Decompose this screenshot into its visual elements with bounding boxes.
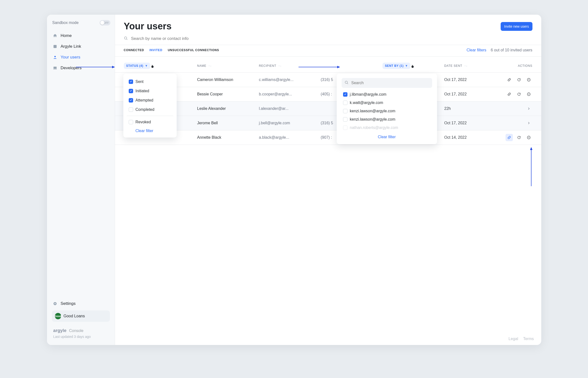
sidebar-item-label: Your users <box>61 55 80 60</box>
account-selector[interactable]: Good Good Loans <box>52 310 110 322</box>
filter-option[interactable]: Revoked <box>127 117 173 127</box>
actions-cell <box>491 76 533 83</box>
arrow-right-icon <box>298 65 340 69</box>
copy-link-button[interactable] <box>506 76 513 83</box>
email-cell: a.black@argyle... <box>259 135 321 140</box>
pointer-cursor-icon <box>411 64 415 69</box>
col-sentby[interactable]: SENT BY (1) <box>382 62 444 69</box>
search-icon <box>345 81 348 85</box>
svg-rect-2 <box>53 67 56 69</box>
search-row <box>115 34 541 45</box>
users-icon <box>53 55 57 59</box>
clear-filters-link[interactable]: Clear filters <box>467 48 486 52</box>
table-row[interactable]: 2+ Leslie Alexander l.alexander@ar... 22… <box>115 102 541 116</box>
copy-link-button[interactable] <box>506 91 513 98</box>
tabs-right: Clear filters 6 out of 10 invited users <box>467 48 533 52</box>
tab-invited[interactable]: INVITED <box>149 47 162 53</box>
svg-point-6 <box>124 37 127 39</box>
sidebar-item-label: Home <box>61 33 72 38</box>
brand-logo: argyle <box>53 328 67 333</box>
filter-option[interactable]: kenzi.lawson@argyle.com <box>342 107 432 115</box>
last-updated: Last updated 3 days ago <box>53 335 108 339</box>
sentby-search <box>342 78 432 88</box>
expand-button[interactable] <box>525 105 533 112</box>
table-row[interactable]: Bessie Cooper b.cooper@argyle... (405) :… <box>115 87 541 102</box>
filter-option[interactable]: kenzi.lawson@argyle.com <box>342 115 432 123</box>
filter-option[interactable]: nathan.roberts@argyle.com <box>342 123 432 132</box>
name-cell: Cameron Williamson <box>197 78 259 82</box>
sentby-chip[interactable]: SENT BY (1) <box>382 63 410 69</box>
expand-button[interactable] <box>525 119 533 127</box>
pointer-cursor-icon <box>151 64 155 69</box>
legal-links: Legal Terms <box>505 337 534 341</box>
sort-icon: ↑↓ <box>278 64 282 68</box>
arrow-right-icon <box>76 65 115 69</box>
users-table: STATUS (4) NAME ↑↓ <box>115 56 541 145</box>
date-cell: Oct 17, 2022 <box>444 121 491 125</box>
remove-button[interactable] <box>525 76 533 83</box>
checkbox-icon <box>343 109 347 113</box>
refresh-button[interactable] <box>515 91 523 98</box>
clear-filter-link[interactable]: Clear filter <box>340 132 434 141</box>
sentby-list[interactable]: j.libman@argyle.com k.watt@argyle.com ke… <box>340 90 434 132</box>
sort-icon: ↑↓ <box>208 64 212 68</box>
date-cell: Oct 17, 2022 <box>444 92 491 96</box>
date-cell: Oct 17, 2022 <box>444 78 491 82</box>
copy-link-button[interactable] <box>506 134 513 141</box>
search-input[interactable] <box>131 36 253 41</box>
legal-link[interactable]: Legal <box>508 337 518 341</box>
sidebar-item-home[interactable]: Home <box>49 30 112 41</box>
refresh-button[interactable] <box>515 134 523 141</box>
table-row[interactable]: Annette Black a.black@argyle... (907) : … <box>115 130 541 145</box>
refresh-button[interactable] <box>515 76 523 83</box>
svg-marker-17 <box>112 66 115 68</box>
header: Your users Invite new users <box>115 15 541 34</box>
filter-option[interactable]: Attempted <box>127 96 173 105</box>
svg-rect-0 <box>53 45 56 48</box>
link-icon <box>53 44 57 49</box>
sandbox-toggle[interactable]: OFF <box>100 20 110 26</box>
checkbox-icon <box>129 120 133 124</box>
terms-link[interactable]: Terms <box>523 337 534 341</box>
email-cell: b.cooper@argyle... <box>259 92 321 96</box>
filter-icon <box>405 64 408 67</box>
name-cell: Leslie Alexander <box>197 107 259 111</box>
tab-unsuccessful[interactable]: UNSUCCESSFUL CONNECTIONS <box>168 47 219 53</box>
filter-option[interactable]: k.watt@argyle.com <box>342 99 432 107</box>
sidebar-item-label: Settings <box>61 301 76 306</box>
filter-option[interactable]: Initiated <box>127 86 173 96</box>
sidebar-bottom: Settings Good Good Loans argyle Console … <box>47 297 115 345</box>
table-row[interactable]: Jerome Bell j.bell@argyle.com (316) 5 Oc… <box>115 116 541 130</box>
main: Your users Invite new users CONNECTED IN… <box>115 15 541 345</box>
table-body: Cameron Williamson c.williams@argyle... … <box>115 72 541 145</box>
col-date[interactable]: DATE SENT ↑↓ <box>444 64 491 68</box>
col-actions: ACTIONS <box>491 64 533 68</box>
invite-users-button[interactable]: Invite new users <box>501 22 532 31</box>
sidebar: Sandbox mode OFF Home Argyle Link <box>47 15 115 345</box>
table-row[interactable]: Cameron Williamson c.williams@argyle... … <box>115 73 541 87</box>
sentby-search-input[interactable] <box>351 81 429 85</box>
col-status[interactable]: STATUS (4) <box>124 62 197 69</box>
checkbox-icon <box>343 101 347 105</box>
col-name[interactable]: NAME ↑↓ <box>197 64 259 68</box>
remove-button[interactable] <box>525 91 533 98</box>
filter-option[interactable]: Completed <box>127 105 173 114</box>
sidebar-item-settings[interactable]: Settings <box>49 298 112 309</box>
sidebar-item-argyle-link[interactable]: Argyle Link <box>49 41 112 52</box>
app-window: Sandbox mode OFF Home Argyle Link <box>47 15 541 345</box>
status-chip[interactable]: STATUS (4) <box>124 63 150 69</box>
laptop-icon <box>53 66 57 70</box>
sandbox-row: Sandbox mode OFF <box>47 15 115 28</box>
filter-option[interactable]: j.libman@argyle.com <box>342 90 432 99</box>
svg-point-1 <box>54 56 55 57</box>
tab-connected[interactable]: CONNECTED <box>124 47 144 53</box>
arrow-up-icon <box>530 147 533 186</box>
clear-filter-link[interactable]: Clear filter <box>127 127 173 134</box>
filter-option[interactable]: Sent <box>127 77 173 86</box>
sidebar-item-your-users[interactable]: Your users <box>49 52 112 63</box>
remove-button[interactable] <box>525 134 533 141</box>
date-cell: 22h <box>444 107 491 111</box>
avatar: Good <box>55 313 61 319</box>
checkbox-icon <box>129 108 133 112</box>
actions-cell <box>491 119 533 127</box>
